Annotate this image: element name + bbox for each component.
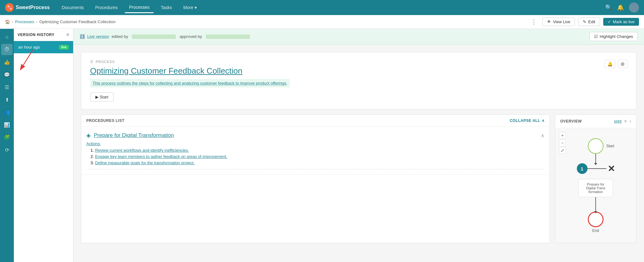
arrow-start-to-step1 [595,154,596,163]
nav-tasks[interactable]: Tasks [156,3,176,13]
process-label: 🗒 PROCESS [90,60,290,64]
breadcrumb: 🏠 › Processes › Optimizing Customer Feed… [5,19,115,24]
procedure-icon: ◈ [86,132,91,139]
version-panel-header: VERSION HISTORY × [14,29,73,41]
search-icon[interactable]: 🔍 [605,4,612,11]
nav-procedures[interactable]: Procedures [91,3,122,13]
start-button[interactable]: ▶ Start [90,92,114,102]
red-arrow-annotation [14,47,51,72]
version-history-title: VERSION HISTORY [18,33,55,37]
procedures-section: PROCEDURES LIST Collapse All ∧ ◈ Prepare… [81,114,636,243]
procedure-item-header: ◈ Prepare for Digital Transformation ∧ [86,132,545,139]
procedure-collapse-icon[interactable]: ∧ [541,133,545,139]
edit-button[interactable]: ✎ Edit [578,18,600,26]
edit-icon: ✎ [583,19,586,24]
arrow-step1-to-end [595,197,596,212]
actions-label[interactable]: Actions: [86,141,545,146]
overview-chart: + − ⤢ Start [555,128,636,243]
zoom-controls: + − ⤢ [559,132,566,154]
procedures-list-panel: PROCEDURES LIST Collapse All ∧ ◈ Prepare… [81,114,550,243]
zoom-fit-button[interactable]: ⤢ [559,147,566,154]
start-label: Start [606,144,614,148]
process-title[interactable]: Optimizing Customer Feedback Collection [90,66,290,76]
process-left: 🗒 PROCESS Optimizing Customer Feedback C… [90,60,290,87]
more-options-button[interactable]: ⋮ [529,17,539,27]
content-area: ℹ️ Live version edited by approved by ☑ … [73,29,644,262]
version-history-panel: VERSION HISTORY × an hour ago live [14,29,73,262]
sidebar-puzzle-icon[interactable]: 🧩 [1,132,13,143]
sidebar-clock-icon[interactable]: ⏱ [1,44,13,55]
action-link-1[interactable]: Review current workflows and identify in… [95,148,189,153]
breadcrumb-processes[interactable]: Processes [15,19,34,24]
process-card: 🗒 PROCESS Optimizing Customer Feedback C… [81,52,636,109]
eye-icon: 👁 [547,19,551,24]
view-live-button[interactable]: 👁 View Live [542,18,575,26]
sidebar-chart-icon[interactable]: 📊 [1,119,13,130]
overview-expand-icon[interactable]: › [630,118,631,124]
notification-icon[interactable]: 🔔 [617,4,624,11]
home-breadcrumb-icon[interactable]: 🏠 [5,19,10,24]
overview-header: OVERVIEW print × › [555,115,636,128]
h-line [588,168,606,169]
sidebar-team-icon[interactable]: 👥 [1,107,13,118]
checkbox-icon: ☑ [594,34,598,39]
step1-box[interactable]: Prepare for Digital Trans formation [578,179,613,197]
breadcrumb-actions: ⋮ 👁 View Live ✎ Edit ✓ Mark as live [529,17,639,27]
blurred-user-info [132,34,176,39]
logo-icon: 🍬 [5,3,14,12]
process-actions-right: 🔔 ⊞ [604,60,627,68]
overview-panel: OVERVIEW print × › + − ⤢ [555,114,636,243]
chevron-up-icon: ∧ [542,118,545,123]
grid-button[interactable]: ⊞ [618,60,627,68]
app-logo[interactable]: 🍬 SweetProcess [5,3,50,12]
procedures-list-header: PROCEDURES LIST Collapse All ∧ [81,115,550,127]
procedure-title-link[interactable]: Prepare for Digital Transformation [94,132,174,139]
sidebar-upload-icon[interactable]: ⬆ [1,94,13,105]
user-avatar[interactable] [629,3,639,13]
nav-processes[interactable]: Processes [125,2,154,13]
highlight-changes-button[interactable]: ☑ Highlight Changes [589,32,638,41]
end-label: End [592,228,599,233]
start-circle: Start [588,138,604,154]
process-header-row: 🗒 PROCESS Optimizing Customer Feedback C… [90,60,627,87]
action-item-1: Review current workflows and identify in… [95,148,545,153]
end-circle [588,212,604,227]
procedure-item-title: ◈ Prepare for Digital Transformation [86,132,174,139]
breadcrumb-current: Optimizing Customer Feedback Collection [39,19,115,24]
print-button[interactable]: print [614,119,621,123]
info-icon: ℹ️ [80,34,85,39]
x-mark-icon: ✕ [608,164,615,174]
version-panel-close-button[interactable]: × [66,32,69,38]
live-version-banner: ℹ️ Live version edited by approved by ☑ … [73,29,644,45]
action-link-3[interactable]: Define measurable goals for the transfor… [95,160,195,165]
nav-more[interactable]: More ▾ [179,3,201,13]
mark-as-live-button[interactable]: ✓ Mark as live [603,18,639,26]
process-description[interactable]: This process outlines the steps for coll… [90,79,290,87]
check-icon: ✓ [608,19,611,24]
sidebar-thumbsup-icon[interactable]: 👍 [1,56,13,68]
flowchart-end: End [588,212,604,233]
sidebar-home-icon[interactable]: ⌂ [1,31,13,43]
overview-close-button[interactable]: × [624,118,627,124]
app-name: SweetProcess [16,5,50,10]
bell-button[interactable]: 🔔 [604,60,615,68]
svg-line-1 [23,50,33,65]
top-navigation: 🍬 SweetProcess Documents Procedures Proc… [0,0,644,15]
chevron-down-icon: ▾ [195,5,197,10]
sidebar-flow-icon[interactable]: ⟳ [1,144,13,155]
action-link-2[interactable]: Engage key team members to gather feedba… [95,154,227,159]
sidebar-icon-strip: ⌂ ⏱ 👍 💬 ☰ ⬆ 👥 📊 🧩 ⟳ [0,29,14,262]
overview-header-actions: print × › [614,118,631,124]
sidebar-comment-icon[interactable]: 💬 [1,69,13,80]
overview-title: OVERVIEW [560,119,582,123]
live-version-link[interactable]: Live version [87,34,109,39]
sidebar-list-icon[interactable]: ☰ [1,81,13,93]
nav-documents[interactable]: Documents [57,3,89,13]
step1-circle[interactable]: 1 [577,163,588,174]
collapse-all-button[interactable]: Collapse All ∧ [510,118,545,123]
zoom-out-button[interactable]: − [559,139,566,146]
zoom-in-button[interactable]: + [559,132,566,139]
breadcrumb-bar: 🏠 › Processes › Optimizing Customer Feed… [0,15,644,29]
blurred-approver-info [206,34,250,39]
main-layout: ⌂ ⏱ 👍 💬 ☰ ⬆ 👥 📊 🧩 ⟳ VERSION HISTORY × an… [0,29,644,262]
